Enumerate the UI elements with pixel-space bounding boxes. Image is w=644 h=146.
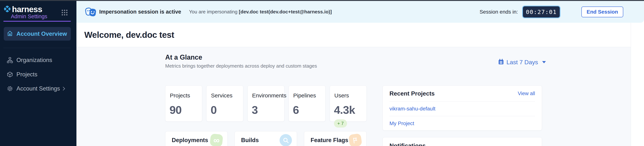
- users-delta-badge: + 7: [334, 119, 347, 128]
- sidebar-item-account-settings[interactable]: Account Settings: [4, 83, 71, 95]
- magnifier-icon: [280, 134, 292, 146]
- metric-card-environments[interactable]: Environments 3: [248, 85, 284, 122]
- sidebar: harness Admin Settings Account Overview: [0, 0, 76, 146]
- section-title-at-a-glance: At a Glance: [165, 54, 202, 61]
- chevron-right-icon[interactable]: [62, 86, 66, 91]
- gear-icon: [7, 85, 13, 92]
- metric-card-projects[interactable]: Projects 90: [165, 85, 202, 122]
- session-ends-label: Session ends in:: [480, 9, 518, 15]
- organizations-icon: [7, 57, 13, 63]
- page-title: Welcome, dev.doc test: [84, 30, 174, 40]
- flag-icon: [348, 133, 362, 146]
- home-icon: [7, 30, 13, 37]
- project-link-vikram-sahu-default[interactable]: vikram-sahu-default: [390, 101, 535, 116]
- theater-masks-icon: [85, 7, 96, 17]
- recent-projects-title: Recent Projects: [390, 90, 435, 97]
- harness-admin-app: harness Admin Settings Account Overview: [0, 0, 644, 146]
- module-card-builds[interactable]: Builds: [234, 131, 297, 146]
- session-countdown-timer: 00:27:01: [522, 5, 560, 18]
- project-link-my-project[interactable]: My Project: [390, 116, 535, 131]
- apps-grid-icon[interactable]: [62, 10, 68, 15]
- metric-label: Projects: [170, 92, 202, 99]
- banner-subtitle: You are impersonating [dev.doc test(dev.…: [189, 9, 332, 15]
- banner-title: Impersonation session is active: [99, 9, 181, 15]
- sidebar-item-organizations[interactable]: Organizations: [4, 54, 71, 66]
- caret-down-icon: [542, 61, 546, 63]
- scrollbar-gutter[interactable]: [631, 23, 644, 146]
- date-range-picker[interactable]: Last 7 Days: [498, 59, 546, 66]
- module-title: Deployments: [172, 137, 208, 144]
- section-subtitle: Metrics brings together deployments acro…: [165, 63, 317, 69]
- sidebar-item-projects[interactable]: Projects: [4, 69, 71, 80]
- pipeline-infinity-icon: ∞: [210, 134, 223, 146]
- module-card-feature-flags[interactable]: Feature Flags: [304, 131, 366, 146]
- metric-label: Users: [334, 92, 366, 99]
- page-header: Welcome, dev.doc test: [76, 23, 631, 47]
- harness-logo-icon: [3, 4, 12, 14]
- end-session-button[interactable]: End Session: [582, 6, 623, 17]
- sidebar-item-label: Organizations: [16, 57, 52, 64]
- edition-label: Admin Settings: [11, 13, 47, 19]
- metric-card-pipelines[interactable]: Pipelines 6: [288, 85, 326, 122]
- calendar-icon: [498, 59, 504, 66]
- metric-card-users[interactable]: Users 4.3k + 7: [330, 85, 367, 122]
- impersonated-user: [dev.doc test(dev.doc+test@harness.io)]: [239, 9, 332, 14]
- metric-label: Environments: [252, 92, 284, 99]
- module-card-deployments[interactable]: Deployments ∞: [165, 131, 228, 146]
- session-controls: Session ends in: 00:27:01 End Session: [480, 5, 623, 18]
- metric-label: Pipelines: [293, 92, 325, 99]
- brand-wordmark: harness: [12, 5, 42, 14]
- brand-row: harness: [3, 4, 42, 14]
- sidebar-item-label: Account Settings: [16, 85, 60, 92]
- impersonation-banner: Impersonation session is active You are …: [76, 1, 644, 23]
- metric-label: Services: [211, 92, 243, 99]
- metric-card-services[interactable]: Services 0: [206, 85, 243, 122]
- main-content: At a Glance Metrics brings together depl…: [76, 47, 631, 146]
- metric-value: 6: [293, 104, 325, 116]
- sidebar-item-account-overview[interactable]: Account Overview: [4, 27, 71, 41]
- module-title: Builds: [241, 137, 259, 144]
- recent-projects-card: Recent Projects View all vikram-sahu-def…: [382, 85, 542, 131]
- date-range-label: Last 7 Days: [506, 59, 538, 66]
- metric-value: 4.3k: [334, 104, 366, 116]
- metric-value: 3: [252, 104, 284, 116]
- view-all-link[interactable]: View all: [518, 91, 535, 96]
- cube-icon: [7, 71, 13, 78]
- sidebar-item-label: Account Overview: [16, 31, 67, 37]
- module-title: Feature Flags: [310, 137, 348, 144]
- notifications-card: Notifications: [382, 137, 542, 146]
- window-top-strip: [0, 0, 644, 1]
- sidebar-divider: [3, 48, 71, 48]
- brand-underline: [3, 21, 71, 22]
- notifications-title: Notifications: [390, 142, 542, 146]
- sidebar-item-label: Projects: [16, 71, 38, 78]
- metric-value: 0: [210, 104, 243, 116]
- metric-value: 90: [170, 104, 202, 116]
